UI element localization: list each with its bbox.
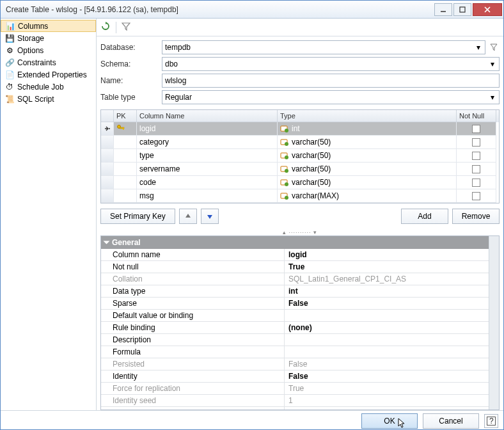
svg-point-19 <box>285 196 288 200</box>
datatype-icon <box>280 138 289 147</box>
checkbox[interactable] <box>472 152 480 160</box>
table-row[interactable]: codevarchar(50) <box>101 176 499 189</box>
property-value[interactable]: 1 <box>284 395 489 406</box>
notnull-cell[interactable] <box>457 149 496 163</box>
property-value[interactable] <box>284 334 489 346</box>
properties-panel: General Column namelogidNot nullTrueColl… <box>100 235 500 410</box>
name-input[interactable]: wlslog <box>162 74 500 88</box>
add-button[interactable]: Add <box>401 209 448 224</box>
type-cell[interactable]: varchar(50) <box>278 176 457 189</box>
property-row[interactable]: Identity seed1 <box>101 395 489 407</box>
table-row[interactable]: typevarchar(50) <box>101 149 499 163</box>
type-cell[interactable]: varchar(50) <box>278 149 457 163</box>
property-value[interactable]: True <box>284 261 489 273</box>
remove-button[interactable]: Remove <box>452 209 500 224</box>
refresh-button[interactable] <box>100 21 111 33</box>
property-value[interactable]: True <box>284 383 489 394</box>
property-value[interactable]: False <box>284 358 489 370</box>
type-cell[interactable]: varchar(50) <box>278 163 457 176</box>
property-value[interactable] <box>284 346 489 358</box>
table-row[interactable]: servernamevarchar(50) <box>101 163 499 176</box>
notnull-cell[interactable] <box>457 189 496 203</box>
property-value[interactable]: int <box>284 285 489 297</box>
property-row[interactable]: CollationSQL_Latin1_General_CP1_CI_AS <box>101 273 489 285</box>
chevron-down-icon: ▾ <box>487 92 498 102</box>
table-row[interactable]: categoryvarchar(50) <box>101 136 499 149</box>
splitter[interactable]: ▴ ·········· ▾ <box>97 229 503 235</box>
col-type[interactable]: Type <box>278 110 457 122</box>
sidebar-item-columns[interactable]: 📊Columns <box>1 20 96 32</box>
sidebar-item-sql-script[interactable]: 📜SQL Script <box>1 93 96 105</box>
checkbox[interactable] <box>472 138 480 147</box>
sidebar-item-storage[interactable]: 💾Storage <box>1 32 96 44</box>
column-name-cell[interactable]: code <box>137 176 278 189</box>
sidebar-item-options[interactable]: ⚙Options <box>1 44 96 56</box>
property-row[interactable]: IdentityFalse <box>101 370 489 383</box>
set-primary-key-button[interactable]: Set Primary Key <box>100 209 175 224</box>
row-header[interactable] <box>101 176 114 189</box>
filter-icon[interactable] <box>488 40 500 54</box>
close-button[interactable] <box>473 3 502 16</box>
property-row[interactable]: SparseFalse <box>101 298 489 310</box>
row-header[interactable] <box>101 163 114 176</box>
row-header[interactable] <box>101 189 114 203</box>
property-value[interactable]: False <box>284 298 489 309</box>
checkbox[interactable] <box>472 179 480 187</box>
column-name-cell[interactable]: type <box>137 149 278 163</box>
col-pk[interactable]: PK <box>114 110 137 122</box>
checkbox[interactable] <box>472 165 480 173</box>
property-value[interactable]: logid <box>284 249 489 260</box>
table-row[interactable]: msgvarchar(MAX) <box>101 189 499 203</box>
minimize-button[interactable] <box>434 3 452 16</box>
sidebar-item-constraints[interactable]: 🔗Constraints <box>1 56 96 68</box>
property-value[interactable] <box>284 310 489 321</box>
sidebar-item-label: SQL Script <box>17 95 54 104</box>
type-cell[interactable]: int <box>278 122 457 136</box>
type-cell[interactable]: varchar(MAX) <box>278 189 457 203</box>
property-row[interactable]: Column namelogid <box>101 249 489 261</box>
notnull-cell[interactable] <box>457 163 496 176</box>
type-cell[interactable]: varchar(50) <box>278 136 457 149</box>
property-row[interactable]: Data typeint <box>101 285 489 298</box>
schema-select[interactable]: dbo▾ <box>162 57 500 71</box>
property-value[interactable]: SQL_Latin1_General_CP1_CI_AS <box>284 273 489 285</box>
cancel-button[interactable]: Cancel <box>423 413 479 429</box>
move-down-button[interactable] <box>201 209 219 224</box>
help-button[interactable]: ? <box>484 414 498 428</box>
maximize-button[interactable] <box>453 3 471 16</box>
checkbox[interactable] <box>472 192 480 200</box>
sidebar-item-extended-properties[interactable]: 📄Extended Properties <box>1 68 96 81</box>
property-row[interactable]: PersistedFalse <box>101 358 489 370</box>
property-row[interactable]: Force for replicationTrue <box>101 383 489 395</box>
column-name-cell[interactable]: category <box>137 136 278 149</box>
property-value[interactable]: (none) <box>284 322 489 333</box>
col-name[interactable]: Column Name <box>137 110 278 122</box>
property-row[interactable]: Rule binding(none) <box>101 322 489 334</box>
row-header[interactable] <box>101 149 114 163</box>
collapse-icon <box>104 241 110 244</box>
property-row[interactable]: Formula <box>101 346 489 358</box>
tabletype-select[interactable]: Regular▾ <box>162 90 500 104</box>
row-header[interactable] <box>101 136 114 149</box>
property-row[interactable]: Default value or binding <box>101 310 489 322</box>
column-name-cell[interactable]: msg <box>137 189 278 203</box>
move-up-button[interactable] <box>179 209 197 224</box>
notnull-cell[interactable] <box>457 122 496 136</box>
property-row[interactable]: Description <box>101 334 489 346</box>
row-header[interactable] <box>101 122 114 136</box>
database-select[interactable]: tempdb▾ <box>162 40 485 54</box>
scrollbar[interactable] <box>489 236 499 410</box>
properties-section-header[interactable]: General <box>101 236 489 249</box>
checkbox[interactable] <box>472 125 480 133</box>
property-row[interactable]: Not nullTrue <box>101 261 489 273</box>
table-row[interactable]: logidint <box>101 122 499 136</box>
filter-button[interactable] <box>122 22 130 33</box>
column-name-cell[interactable]: logid <box>137 122 278 136</box>
ok-button[interactable]: OK <box>361 413 418 429</box>
property-value[interactable]: False <box>284 370 489 382</box>
sidebar-item-schedule-job[interactable]: ⏱Schedule Job <box>1 81 96 93</box>
notnull-cell[interactable] <box>457 176 496 189</box>
notnull-cell[interactable] <box>457 136 496 149</box>
col-notnull[interactable]: Not Null <box>457 110 496 122</box>
column-name-cell[interactable]: servername <box>137 163 278 176</box>
